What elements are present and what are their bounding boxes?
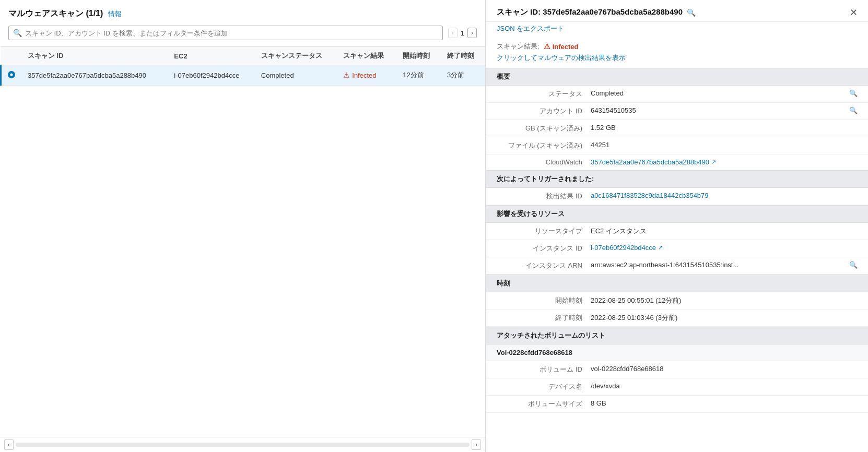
- search-icon: 🔍: [13, 29, 22, 37]
- row-result: ⚠ Infected: [337, 65, 396, 86]
- value-gb: 1.52 GB: [591, 124, 858, 132]
- detail-row-volume-id: ボリューム ID vol-0228cfdd768e68618: [486, 361, 868, 378]
- finding-id-text: a0c168471f83528c9da18442cb354b79: [591, 192, 709, 199]
- scan-table: スキャン ID EC2 スキャンステータス スキャン結果 開始時刻 終了時刻 3…: [0, 46, 485, 86]
- instance-external-icon: ↗: [658, 244, 663, 251]
- status-zoom-icon[interactable]: 🔍: [849, 89, 858, 97]
- volumes-section-header: アタッチされたボリュームのリスト: [486, 327, 868, 344]
- row-status: Completed: [255, 65, 337, 86]
- label-finding-id: 検出結果 ID: [497, 192, 591, 201]
- label-resource-type: リソースタイプ: [497, 227, 591, 236]
- detail-row-instance-arn: インスタンス ARN arn:aws:ec2:ap-northeast-1:64…: [486, 257, 868, 275]
- detail-row-status: ステータス Completed 🔍: [486, 86, 868, 103]
- info-link[interactable]: 情報: [108, 9, 122, 19]
- row-start-time: 12分前: [396, 65, 441, 86]
- instance-id-link[interactable]: i-07eb60f2942bd4cce ↗: [591, 244, 663, 252]
- label-instance-arn: インスタンス ARN: [497, 261, 591, 270]
- col-ec2: EC2: [168, 47, 254, 65]
- scan-infected-text: Infected: [553, 43, 579, 51]
- col-scan-id: スキャン ID: [21, 47, 168, 65]
- detail-row-volume-size: ボリュームサイズ 8 GB: [486, 396, 868, 413]
- col-result: スキャン結果: [337, 47, 396, 65]
- cloudwatch-link[interactable]: 357de5fa2aa0e767ba5dcba5a288b490 ↗: [591, 158, 716, 166]
- right-header: スキャン ID: 357de5fa2aa0e767ba5dcba5a288b49…: [486, 0, 868, 22]
- search-box: 🔍: [8, 26, 443, 40]
- resource-section-header: 影響を受けるリソース: [486, 205, 868, 223]
- finding-id-link[interactable]: a0c168471f83528c9da18442cb354b79: [591, 192, 709, 199]
- row-scan-id: 357de5fa2aa0e767ba5dcba5a288b490: [21, 65, 168, 86]
- value-status: Completed: [591, 89, 845, 97]
- label-start-time: 開始時刻: [497, 296, 591, 305]
- table-row[interactable]: 357de5fa2aa0e767ba5dcba5a288b490 i-07eb6…: [1, 65, 486, 86]
- search-bar-row: 🔍 ‹ 1 ›: [0, 26, 485, 46]
- label-account-id: アカウント ID: [497, 106, 591, 116]
- col-status: スキャンステータス: [255, 47, 337, 65]
- account-zoom-icon[interactable]: 🔍: [849, 106, 858, 114]
- value-instance-arn: arn:aws:ec2:ap-northeast-1:643154510535:…: [591, 261, 845, 269]
- scan-result-row: スキャン結果: ⚠ Infected: [486, 38, 868, 53]
- cloudwatch-external-icon: ↗: [711, 159, 716, 165]
- detail-row-start-time: 開始時刻 2022-08-25 00:55:01 (12分前): [486, 292, 868, 310]
- arn-zoom-icon[interactable]: 🔍: [849, 261, 858, 269]
- label-volume-id: ボリューム ID: [497, 365, 591, 374]
- cloudwatch-link-text: 357de5fa2aa0e767ba5dcba5a288b490: [591, 158, 709, 166]
- label-device-name: デバイス名: [497, 382, 591, 391]
- overview-section-header: 概要: [486, 68, 868, 86]
- title-zoom-icon[interactable]: 🔍: [687, 8, 696, 17]
- value-resource-type: EC2 インスタンス: [591, 227, 858, 236]
- malware-results-link[interactable]: クリックしてマルウェアの検出結果を表示: [486, 53, 868, 68]
- page-number: 1: [461, 29, 464, 37]
- col-end-time: 終了時刻: [441, 47, 485, 65]
- instance-id-text: i-07eb60f2942bd4cce: [591, 244, 656, 252]
- detail-row-gb: GB (スキャン済み) 1.52 GB: [486, 120, 868, 137]
- detail-row-finding-id: 検出結果 ID a0c168471f83528c9da18442cb354b79: [486, 188, 868, 205]
- value-volume-size: 8 GB: [591, 399, 858, 407]
- search-input[interactable]: [25, 29, 438, 37]
- scroll-left-button[interactable]: ‹: [4, 439, 14, 450]
- table-container: スキャン ID EC2 スキャンステータス スキャン結果 開始時刻 終了時刻 3…: [0, 46, 485, 437]
- col-radio: [1, 47, 22, 65]
- time-section-header: 時刻: [486, 275, 868, 292]
- scan-warn-icon: ⚠: [544, 42, 550, 51]
- label-gb: GB (スキャン済み): [497, 124, 591, 133]
- label-volume-size: ボリュームサイズ: [497, 399, 591, 409]
- scroll-right-button[interactable]: ›: [472, 439, 481, 450]
- label-files: ファイル (スキャン済み): [497, 141, 591, 150]
- detail-row-cloudwatch: CloudWatch 357de5fa2aa0e767ba5dcba5a288b…: [486, 154, 868, 170]
- value-device-name: /dev/xvda: [591, 382, 858, 390]
- detail-row-device-name: デバイス名 /dev/xvda: [486, 378, 868, 396]
- right-panel: スキャン ID: 357de5fa2aa0e767ba5dcba5a288b49…: [486, 0, 868, 452]
- header-actions: ✕: [850, 8, 858, 17]
- detail-title-text: スキャン ID: 357de5fa2aa0e767ba5dcba5a288b49…: [497, 7, 683, 17]
- detail-row-files: ファイル (スキャン済み) 44251: [486, 137, 868, 154]
- prev-page-button[interactable]: ‹: [448, 28, 458, 38]
- left-header: マルウェアスキャン (1/1) 情報: [0, 8, 485, 26]
- detail-title: スキャン ID: 357de5fa2aa0e767ba5dcba5a288b49…: [497, 7, 696, 17]
- warning-icon: ⚠: [343, 71, 350, 79]
- label-instance-id: インスタンス ID: [497, 244, 591, 253]
- next-page-button[interactable]: ›: [467, 28, 477, 38]
- label-end-time: 終了時刻: [497, 313, 591, 323]
- radio-selected-icon: [8, 71, 15, 78]
- label-status: ステータス: [497, 89, 591, 99]
- pagination-controls: ‹ 1 ›: [448, 28, 477, 38]
- table-header-row: スキャン ID EC2 スキャンステータス スキャン結果 開始時刻 終了時刻: [1, 47, 486, 65]
- close-button[interactable]: ✕: [850, 8, 858, 17]
- detail-row-instance-id: インスタンス ID i-07eb60f2942bd4cce ↗: [486, 240, 868, 257]
- detail-row-end-time: 終了時刻 2022-08-25 01:03:46 (3分前): [486, 310, 868, 327]
- value-files: 44251: [591, 141, 858, 149]
- col-start-time: 開始時刻: [396, 47, 441, 65]
- row-radio: [1, 65, 22, 86]
- page-title: マルウェアスキャン (1/1): [8, 8, 103, 19]
- row-end-time: 3分前: [441, 65, 485, 86]
- json-export-link[interactable]: JSON をエクスポート: [486, 22, 868, 38]
- label-cloudwatch: CloudWatch: [497, 158, 591, 166]
- row-ec2: i-07eb60f2942bd4cce: [168, 65, 254, 86]
- scan-result-label: スキャン結果:: [497, 42, 539, 51]
- value-account-id: 643154510535: [591, 106, 845, 114]
- detail-row-resource-type: リソースタイプ EC2 インスタンス: [486, 223, 868, 240]
- value-volume-id: vol-0228cfdd768e68618: [591, 365, 858, 373]
- infected-label: Infected: [352, 72, 376, 79]
- volume-item-header: Vol-0228cfdd768e68618: [486, 344, 868, 361]
- infected-badge: ⚠ Infected: [343, 71, 376, 79]
